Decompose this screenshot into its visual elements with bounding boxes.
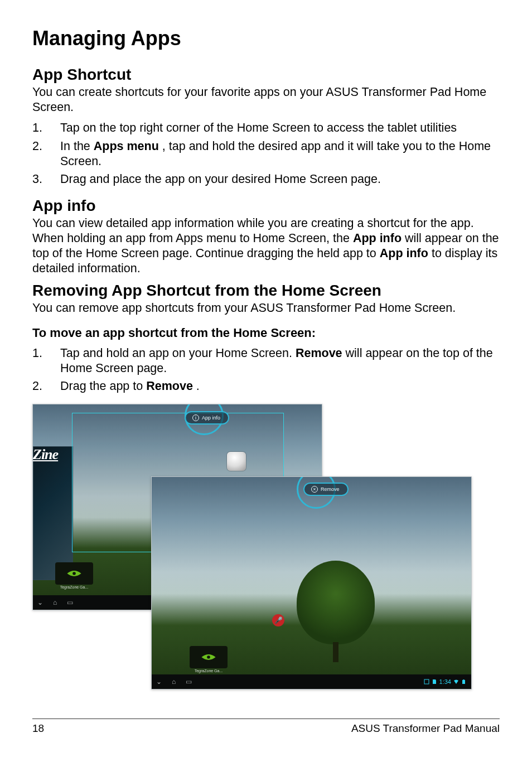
- magazine-widget-title: Zine: [33, 446, 58, 463]
- list-shortcut-steps: Tap on the top right corner of the Home …: [32, 120, 500, 187]
- step-text: .: [196, 379, 200, 393]
- status-tray[interactable]: 1:34: [424, 678, 467, 685]
- expand-icon[interactable]: ⌄: [37, 599, 43, 606]
- svg-rect-4: [463, 679, 465, 680]
- home-icon[interactable]: ⌂: [172, 678, 176, 686]
- list-item: Tap on the top right corner of the Home …: [32, 120, 500, 136]
- tegrazone-widget-label: TegraZone Ga...: [55, 585, 93, 589]
- step-bold: Remove: [146, 379, 193, 393]
- dragged-app-icon[interactable]: [227, 452, 246, 471]
- bold-run: App info: [380, 247, 428, 260]
- heading-to-move: To move an app shortcut from the Home Sc…: [32, 326, 500, 340]
- svg-rect-3: [462, 680, 465, 684]
- wifi-icon: [453, 679, 459, 684]
- paragraph-removing-intro: You can remove app shortcuts from your A…: [32, 301, 500, 316]
- close-icon: ×: [311, 486, 318, 493]
- nvidia-eye-icon: [201, 652, 216, 663]
- heading-app-info: App info: [32, 197, 500, 215]
- list-item: In the Apps menu , tap and hold the desi…: [32, 139, 500, 169]
- system-nav-bar: ⌄ ⌂ ▭ 1:34: [152, 674, 471, 689]
- app-info-badge[interactable]: i App info: [185, 411, 229, 425]
- wallpaper-tree: [297, 561, 375, 644]
- tegrazone-widget[interactable]: [55, 562, 93, 585]
- step-text: In the: [60, 139, 94, 153]
- list-remove-steps: Tap and hold an app on your Home Screen.…: [32, 346, 500, 394]
- nvidia-eye-icon: [66, 568, 82, 579]
- badge-label: Remove: [321, 486, 340, 492]
- screenshot-icon: [424, 679, 429, 684]
- step-text: Drag and place the app on your desired H…: [60, 172, 381, 186]
- svg-point-0: [72, 572, 76, 575]
- page-title: Managing Apps: [32, 27, 500, 50]
- tegrazone-widget-label: TegraZone Ga...: [190, 669, 228, 673]
- recents-icon[interactable]: ▭: [67, 599, 73, 606]
- svg-rect-2: [424, 679, 429, 684]
- badge-label: App info: [202, 415, 220, 421]
- step-bold: Remove: [296, 346, 342, 360]
- step-text: Tap and hold an app on your Home Screen.: [60, 346, 296, 360]
- home-icon[interactable]: ⌂: [53, 599, 57, 606]
- page-number: 18: [32, 722, 44, 735]
- bold-run: App info: [353, 232, 402, 245]
- tegrazone-widget[interactable]: [190, 646, 228, 668]
- list-item: Tap and hold an app on your Home Screen.…: [32, 346, 500, 376]
- heading-removing-shortcut: Removing App Shortcut from the Home Scre…: [32, 282, 500, 300]
- sdcard-icon: [432, 679, 437, 684]
- recents-icon[interactable]: ▭: [186, 678, 192, 686]
- paragraph-shortcut-intro: You can create shortcuts for your favori…: [32, 85, 500, 115]
- paragraph-app-info: You can view detailed app information wh…: [32, 216, 500, 276]
- step-bold: Apps menu: [94, 139, 159, 153]
- svg-point-1: [207, 655, 210, 659]
- screenshot-remove: × Remove 🎤 TegraZone Ga... ⌄ ⌂ ▭ 1:34: [151, 476, 472, 690]
- screenshot-group: Zine i App info TegraZone Ga... ⌄ ⌂ ▭ × …: [32, 404, 501, 694]
- battery-icon: [461, 679, 467, 684]
- manual-title: ASUS Transformer Pad Manual: [351, 722, 500, 735]
- list-item: Drag the app to Remove .: [32, 379, 500, 394]
- step-text: Drag the app to: [60, 379, 146, 393]
- magazine-widget: [33, 446, 73, 580]
- step-text: Tap on the top right corner of the Home …: [60, 121, 457, 134]
- expand-icon[interactable]: ⌄: [156, 678, 162, 686]
- wallpaper-tree-trunk: [333, 642, 338, 662]
- status-clock: 1:34: [439, 678, 451, 685]
- list-item: Drag and place the app on your desired H…: [32, 172, 500, 187]
- remove-badge[interactable]: × Remove: [303, 483, 349, 496]
- page-footer: 18 ASUS Transformer Pad Manual: [32, 719, 500, 735]
- voice-search-icon[interactable]: 🎤: [272, 614, 284, 626]
- heading-app-shortcut: App Shortcut: [32, 66, 500, 84]
- info-icon: i: [192, 414, 199, 421]
